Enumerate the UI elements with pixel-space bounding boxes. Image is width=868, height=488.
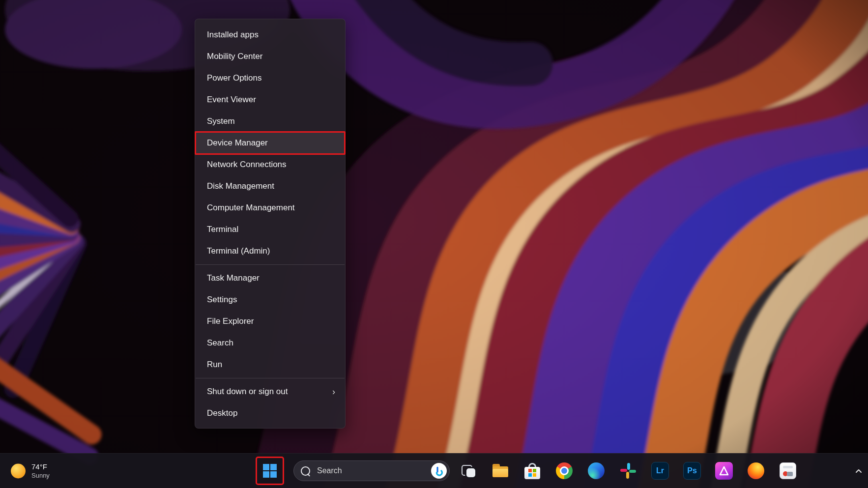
chevron-right-icon: › [332,387,335,396]
menu-item-terminal[interactable]: Terminal [195,219,345,240]
hidden-icons-chevron[interactable] [852,463,865,478]
menu-separator [196,378,345,378]
menu-item-label: Mobility Center [207,52,262,61]
edge-icon [588,462,605,479]
lightroom-icon: Lr [651,462,669,480]
menu-item-label: Settings [207,295,237,305]
menu-item-label: Disk Management [207,181,274,191]
firefox-button[interactable] [744,459,768,483]
chrome-button[interactable] [552,459,576,483]
photoshop-button[interactable]: Ps [680,459,704,483]
menu-item-shut-down-or-sign-out[interactable]: Shut down or sign out › [195,381,345,402]
menu-item-event-viewer[interactable]: Event Viewer [195,89,345,111]
bing-logo [434,465,444,476]
search-input[interactable] [316,466,431,476]
menu-item-label: Computer Management [207,203,295,213]
slack-button[interactable] [616,459,640,483]
menu-item-power-options[interactable]: Power Options [195,67,345,89]
bing-icon[interactable] [431,463,447,479]
menu-item-task-manager[interactable]: Task Manager [195,267,345,289]
menu-item-label: File Explorer [207,316,254,326]
firefox-icon [748,462,764,479]
windows-logo-icon [263,464,277,478]
menu-separator [196,264,345,265]
menu-item-label: Device Manager [207,138,268,148]
sun-icon [11,463,26,478]
menu-item-label: Task Manager [207,273,260,283]
folder-icon [492,463,509,478]
affinity-photo-button[interactable] [712,459,736,483]
task-view-icon [460,462,477,479]
menu-item-settings[interactable]: Settings [195,289,345,311]
screen-recorder-icon [780,462,796,479]
menu-item-label: Network Connections [207,160,287,170]
edge-button[interactable] [584,459,608,483]
search-icon [301,466,310,476]
start-button[interactable] [258,459,282,483]
menu-item-terminal-admin[interactable]: Terminal (Admin) [195,240,345,262]
menu-item-installed-apps[interactable]: Installed apps [195,24,345,46]
menu-item-file-explorer[interactable]: File Explorer [195,311,345,332]
chrome-icon [556,462,573,479]
slack-icon [619,462,637,480]
weather-condition: Sunny [31,471,50,479]
menu-item-label: Terminal (Admin) [207,246,270,256]
chevron-up-icon [855,468,862,474]
photoshop-icon: Ps [683,462,701,480]
menu-item-label: Installed apps [207,30,259,40]
desktop-wallpaper [0,0,868,488]
menu-item-network-connections[interactable]: Network Connections [195,154,345,175]
menu-item-mobility-center[interactable]: Mobility Center [195,46,345,67]
search-box[interactable] [293,460,450,481]
menu-item-label: Desktop [207,408,237,418]
quick-link-menu: Installed apps Mobility Center Power Opt… [195,19,346,429]
menu-item-search[interactable]: Search [195,332,345,354]
menu-item-device-manager[interactable]: Device Manager [195,132,345,154]
lightroom-button[interactable]: Lr [648,459,672,483]
weather-text: 74°F Sunny [31,462,50,480]
start-button-area [258,459,282,483]
weather-temperature: 74°F [31,462,50,472]
pinned-apps: Lr Ps [457,459,800,483]
menu-item-label: Terminal [207,225,238,234]
menu-item-label: Search [207,338,233,348]
menu-item-system[interactable]: System [195,111,345,132]
menu-item-label: Event Viewer [207,95,256,105]
store-bag-icon [524,463,540,479]
lightroom-label: Lr [656,466,664,475]
desktop: Installed apps Mobility Center Power Opt… [0,0,868,488]
screen-recorder-button[interactable] [776,459,800,483]
menu-item-label: System [207,116,235,126]
menu-item-disk-management[interactable]: Disk Management [195,175,345,197]
menu-item-computer-management[interactable]: Computer Management [195,197,345,219]
file-explorer-button[interactable] [489,459,512,483]
photoshop-label: Ps [687,466,697,475]
menu-item-run[interactable]: Run [195,354,345,375]
microsoft-store-button[interactable] [521,459,544,483]
menu-item-label: Run [207,360,222,370]
menu-item-label: Shut down or sign out [207,387,288,397]
affinity-photo-icon [715,462,733,480]
menu-item-desktop[interactable]: Desktop [195,402,345,424]
taskbar: 74°F Sunny [0,453,868,488]
weather-widget-button[interactable]: 74°F Sunny [7,460,54,482]
task-view-button[interactable] [457,459,480,483]
menu-item-label: Power Options [207,73,262,83]
